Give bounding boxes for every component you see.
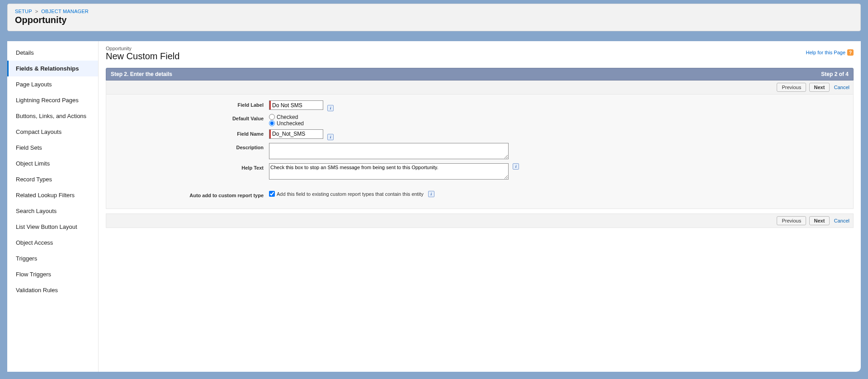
label-help-text: Help Text (111, 163, 269, 171)
content-sub-breadcrumb: Opportunity (106, 46, 179, 51)
sidebar-item-object-limits[interactable]: Object Limits (7, 156, 98, 171)
sidebar-item-buttons-links-actions[interactable]: Buttons, Links, and Actions (7, 108, 98, 124)
row-help-text: Help Text i (111, 162, 849, 182)
radio-unchecked-label[interactable]: Unchecked (269, 120, 304, 127)
row-default-value: Default Value Checked Unchecked (111, 113, 849, 128)
step-indicator: Step 2 of 4 (821, 71, 849, 77)
sidebar-item-lightning-record-pages[interactable]: Lightning Record Pages (7, 92, 98, 108)
step-header-text: Step 2. Enter the details (111, 71, 172, 77)
label-default-value: Default Value (111, 114, 269, 121)
page-title: New Custom Field (106, 51, 179, 62)
help-text-textarea[interactable] (269, 163, 509, 180)
label-field-name: Field Name (111, 129, 269, 137)
button-row-top: Previous Next Cancel (106, 81, 854, 95)
row-auto-add: Auto add to custom report type Add this … (111, 190, 849, 199)
description-textarea[interactable] (269, 143, 509, 159)
main-region: Details Fields & Relationships Page Layo… (7, 41, 861, 372)
label-field-label: Field Label (111, 100, 269, 108)
content: Opportunity New Custom Field Help for th… (99, 41, 861, 372)
next-button-bottom[interactable]: Next (809, 216, 830, 225)
title-row: Opportunity New Custom Field Help for th… (106, 46, 854, 68)
field-name-input[interactable] (271, 130, 323, 138)
breadcrumb-object-manager-link[interactable]: OBJECT MANAGER (41, 9, 89, 14)
radio-unchecked-text: Unchecked (277, 120, 304, 127)
sidebar-item-record-types[interactable]: Record Types (7, 171, 98, 187)
sidebar: Details Fields & Relationships Page Layo… (7, 41, 99, 372)
label-auto-add: Auto add to custom report type (111, 191, 269, 198)
cancel-link-top[interactable]: Cancel (834, 85, 849, 90)
info-icon[interactable]: i (327, 134, 334, 140)
inner-wrap: SETUP > OBJECT MANAGER Opportunity Detai… (4, 4, 864, 375)
sidebar-item-compact-layouts[interactable]: Compact Layouts (7, 124, 98, 140)
sidebar-item-fields-relationships[interactable]: Fields & Relationships (7, 61, 98, 76)
page-object-title: Opportunity (15, 15, 853, 25)
step-bar: Step 2. Enter the details Step 2 of 4 (106, 68, 854, 81)
breadcrumb-sep: > (35, 9, 38, 14)
info-icon[interactable]: i (327, 105, 334, 111)
help-link-text: Help for this Page (806, 50, 845, 55)
sidebar-item-list-view-button-layout[interactable]: List View Button Layout (7, 219, 98, 235)
radio-unchecked[interactable] (269, 120, 275, 126)
header-card: SETUP > OBJECT MANAGER Opportunity (7, 4, 861, 31)
cancel-link-bottom[interactable]: Cancel (834, 218, 849, 223)
help-for-this-page-link[interactable]: Help for this Page ? (806, 49, 854, 56)
outer-frame: SETUP > OBJECT MANAGER Opportunity Detai… (0, 0, 868, 379)
info-icon[interactable]: i (513, 163, 519, 170)
auto-add-checkbox[interactable] (269, 191, 275, 197)
sidebar-item-object-access[interactable]: Object Access (7, 235, 98, 251)
sidebar-item-triggers[interactable]: Triggers (7, 251, 98, 266)
field-name-required-wrap (269, 129, 323, 139)
field-label-input[interactable] (271, 101, 323, 109)
help-icon: ? (847, 49, 854, 56)
radio-checked[interactable] (269, 114, 275, 120)
sidebar-item-search-layouts[interactable]: Search Layouts (7, 203, 98, 219)
row-description: Description (111, 142, 849, 162)
sidebar-item-validation-rules[interactable]: Validation Rules (7, 282, 98, 298)
auto-add-checkbox-label: Add this field to existing custom report… (277, 191, 424, 197)
form-body: Field Label i Default Value (106, 95, 854, 209)
previous-button-top[interactable]: Previous (777, 83, 806, 92)
label-description: Description (111, 143, 269, 150)
button-row-bottom: Previous Next Cancel (106, 213, 854, 228)
row-field-name: Field Name i (111, 128, 849, 142)
radio-checked-text: Checked (277, 114, 298, 120)
sidebar-item-flow-triggers[interactable]: Flow Triggers (7, 266, 98, 282)
radio-checked-label[interactable]: Checked (269, 114, 304, 120)
sidebar-item-page-layouts[interactable]: Page Layouts (7, 76, 98, 92)
sidebar-item-related-lookup-filters[interactable]: Related Lookup Filters (7, 187, 98, 203)
sidebar-item-field-sets[interactable]: Field Sets (7, 140, 98, 156)
sidebar-item-details[interactable]: Details (7, 45, 98, 61)
breadcrumb: SETUP > OBJECT MANAGER (15, 9, 853, 14)
next-button-top[interactable]: Next (809, 83, 830, 92)
previous-button-bottom[interactable]: Previous (777, 216, 806, 225)
row-field-label: Field Label i (111, 99, 849, 113)
info-icon[interactable]: i (428, 191, 434, 197)
breadcrumb-setup-link[interactable]: SETUP (15, 9, 32, 14)
field-label-required-wrap (269, 100, 323, 110)
